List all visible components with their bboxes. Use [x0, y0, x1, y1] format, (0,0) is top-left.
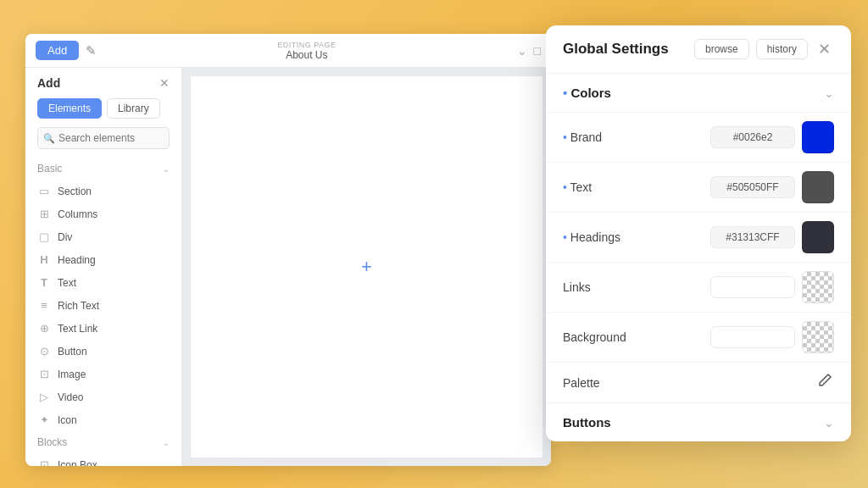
element-label: Icon: [58, 414, 77, 426]
text-link-icon: ⊕: [37, 322, 51, 335]
element-label: Button: [58, 346, 87, 358]
page-name: About Us: [286, 49, 327, 61]
sidebar-header: Add ✕: [25, 68, 181, 98]
text-hex-input[interactable]: [710, 176, 795, 198]
background-hex-input[interactable]: [710, 326, 795, 348]
columns-icon: ⊞: [37, 208, 51, 220]
buttons-chevron-icon: ⌄: [824, 416, 834, 430]
brand-hex-input[interactable]: [710, 126, 795, 148]
settings-title: Global Settings: [563, 41, 694, 58]
blocks-chevron-icon: ⌄: [163, 438, 170, 447]
history-button[interactable]: history: [756, 39, 808, 59]
canvas-area: +: [182, 68, 551, 466]
settings-header: Global Settings browse history ✕: [546, 25, 851, 74]
list-item[interactable]: ▢ Div: [25, 225, 181, 248]
edit-icon-button[interactable]: ✎: [86, 43, 97, 58]
sidebar-title: Add: [37, 76, 60, 90]
sidebar: Add ✕ Elements Library 🔍 Basic ⌄ ▭ Secti…: [25, 68, 182, 466]
icon-box-icon: ⊡: [37, 458, 51, 466]
tab-elements[interactable]: Elements: [37, 98, 102, 119]
rich-text-icon: ≡: [37, 299, 51, 312]
topbar-right: ⌄ □: [517, 44, 541, 58]
colors-section-header[interactable]: Colors ⌄: [546, 74, 851, 112]
headings-label: Headings: [563, 230, 710, 244]
div-icon: ▢: [37, 230, 51, 243]
sidebar-close-button[interactable]: ✕: [159, 76, 170, 90]
background-color-swatch[interactable]: [802, 321, 834, 353]
background-label: Background: [563, 330, 710, 344]
list-item[interactable]: ≡ Rich Text: [25, 294, 181, 317]
sidebar-tabs: Elements Library: [25, 98, 181, 119]
editor-topbar: Add ✎ EDITING PAGE About Us ⌄ □: [25, 34, 551, 68]
close-button[interactable]: ✕: [815, 40, 834, 58]
brand-label: Brand: [563, 130, 710, 144]
list-item[interactable]: T Text: [25, 271, 181, 294]
basic-section-label: Basic: [37, 163, 62, 175]
links-hex-input[interactable]: [710, 276, 795, 298]
headings-color-swatch[interactable]: [802, 221, 834, 253]
list-item[interactable]: ⊡ Image: [25, 363, 181, 385]
image-icon: ⊡: [37, 368, 51, 380]
element-label: Image: [58, 369, 86, 380]
element-label: Text: [58, 277, 76, 289]
settings-header-actions: browse history ✕: [694, 39, 834, 59]
list-item[interactable]: ⊡ Icon Box: [25, 453, 181, 466]
element-label: Div: [58, 231, 72, 243]
tab-library[interactable]: Library: [107, 98, 160, 119]
element-label: Icon Box: [58, 459, 97, 467]
button-icon: ⊙: [37, 345, 51, 358]
element-label: Section: [58, 186, 92, 197]
settings-panel: Global Settings browse history ✕ Colors …: [546, 25, 851, 441]
list-item[interactable]: ⊕ Text Link: [25, 317, 181, 340]
list-item[interactable]: ✦ Icon: [25, 408, 181, 431]
list-item[interactable]: ⊙ Button: [25, 340, 181, 363]
text-label: Text: [563, 180, 710, 194]
list-item[interactable]: ▷ Video: [25, 385, 181, 408]
canvas-page[interactable]: +: [191, 76, 542, 458]
add-element-icon[interactable]: +: [361, 256, 372, 278]
color-row-headings: Headings: [546, 212, 851, 262]
editing-label: EDITING PAGE: [277, 41, 336, 49]
text-icon: T: [37, 276, 51, 289]
links-color-swatch[interactable]: [802, 271, 834, 303]
color-row-text: Text: [546, 162, 851, 212]
editor-body: Add ✕ Elements Library 🔍 Basic ⌄ ▭ Secti…: [25, 68, 551, 466]
topbar-center: EDITING PAGE About Us: [277, 41, 336, 61]
colors-section: Colors ⌄ Brand Text Headings: [546, 74, 851, 403]
palette-row: Palette: [546, 362, 851, 402]
text-color-swatch[interactable]: [802, 171, 834, 203]
element-label: Rich Text: [58, 300, 99, 312]
list-item[interactable]: H Heading: [25, 248, 181, 271]
search-input[interactable]: [37, 127, 170, 149]
section-icon: ▭: [37, 185, 51, 197]
basic-section-header[interactable]: Basic ⌄: [25, 158, 181, 180]
editor-container: Add ✎ EDITING PAGE About Us ⌄ □ Add ✕ El…: [25, 34, 551, 466]
headings-hex-input[interactable]: [710, 226, 795, 248]
element-label: Text Link: [58, 323, 97, 335]
device-icon[interactable]: □: [534, 44, 541, 58]
palette-edit-icon[interactable]: [815, 371, 834, 394]
buttons-section-title: Buttons: [563, 415, 611, 430]
color-row-brand: Brand: [546, 112, 851, 162]
add-button[interactable]: Add: [36, 41, 79, 60]
sidebar-search: 🔍: [25, 127, 181, 149]
topbar-left: Add ✎: [36, 41, 97, 60]
color-row-background: Background: [546, 312, 851, 362]
list-item[interactable]: ▭ Section: [25, 180, 181, 202]
element-label: Columns: [58, 208, 97, 220]
buttons-section-header[interactable]: Buttons ⌄: [546, 403, 851, 441]
brand-color-swatch[interactable]: [802, 121, 834, 153]
element-label: Video: [58, 391, 83, 403]
list-item[interactable]: ⊞ Columns: [25, 202, 181, 225]
settings-body: Colors ⌄ Brand Text Headings: [546, 74, 851, 441]
dropdown-icon[interactable]: ⌄: [517, 44, 527, 58]
links-label: Links: [563, 280, 710, 294]
browse-button[interactable]: browse: [694, 39, 749, 59]
blocks-section-header[interactable]: Blocks ⌄: [25, 431, 181, 453]
blocks-section-label: Blocks: [37, 436, 67, 448]
icon-icon: ✦: [37, 413, 51, 426]
basic-chevron-icon: ⌄: [163, 164, 170, 174]
video-icon: ▷: [37, 391, 51, 403]
colors-chevron-icon: ⌄: [824, 86, 834, 100]
heading-icon: H: [37, 253, 51, 266]
